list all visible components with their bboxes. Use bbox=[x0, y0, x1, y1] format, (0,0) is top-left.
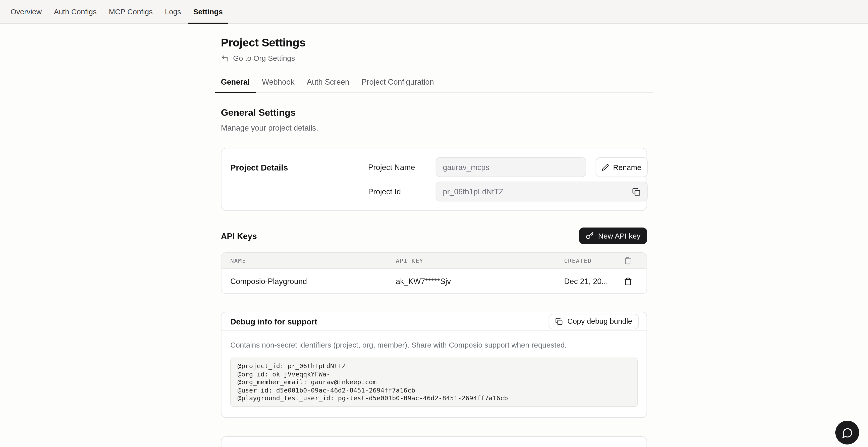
code-line-org-id: @org_id: ok_jVveqqkYFWa- bbox=[238, 370, 631, 378]
copy-icon bbox=[556, 318, 563, 325]
column-header-created: CREATED bbox=[564, 257, 620, 264]
api-keys-header: API Keys New API key bbox=[221, 227, 647, 244]
project-details-fields: Project Name Rename Project Id bbox=[368, 157, 648, 201]
debug-info-card: Debug info for support Copy debug bundle… bbox=[221, 312, 647, 418]
rename-button[interactable]: Rename bbox=[596, 157, 648, 177]
debug-card-title: Debug info for support bbox=[230, 317, 317, 326]
project-name-input[interactable] bbox=[436, 157, 586, 177]
code-line-playground-test-user-id: @playground_test_user_id: pg-test-d5e001… bbox=[238, 394, 631, 402]
general-settings-subheading: Manage your project details. bbox=[221, 124, 647, 132]
api-keys-table: NAME API KEY CREATED Composio-Playground… bbox=[221, 252, 647, 294]
project-id-row: Project Id bbox=[368, 182, 648, 201]
project-name-row: Project Name Rename bbox=[368, 157, 648, 177]
support-chat-button[interactable] bbox=[835, 421, 859, 445]
project-details-card-left: Project Details bbox=[230, 157, 368, 201]
code-line-user-id: @user_id: d5e001b0-09ac-46d2-8451-2694ff… bbox=[238, 386, 631, 394]
tab-project-configuration[interactable]: Project Configuration bbox=[355, 77, 440, 93]
code-line-org-member-email: @org_member_email: gaurav@inkeep.com bbox=[238, 378, 631, 386]
project-id-label: Project Id bbox=[368, 187, 436, 196]
chat-bubble-icon bbox=[842, 427, 853, 438]
pencil-icon bbox=[602, 163, 609, 171]
nav-item-mcp-configs[interactable]: MCP Configs bbox=[103, 0, 159, 23]
nav-item-overview[interactable]: Overview bbox=[4, 0, 48, 23]
project-details-card: Project Details Project Name Rename Proj… bbox=[221, 148, 647, 211]
copy-debug-bundle-label: Copy debug bundle bbox=[567, 317, 632, 325]
project-id-field bbox=[436, 182, 648, 201]
debug-card-header: Debug info for support Copy debug bundle bbox=[221, 312, 647, 331]
debug-description: Contains non-secret identifiers (project… bbox=[230, 341, 638, 349]
new-api-key-button[interactable]: New API key bbox=[580, 227, 647, 244]
debug-code-block: @project_id: pr_06th1pLdNtTZ @org_id: ok… bbox=[230, 358, 638, 407]
content-column: Project Settings Go to Org Settings Gene… bbox=[221, 36, 647, 447]
tab-general[interactable]: General bbox=[215, 77, 256, 93]
project-name-label: Project Name bbox=[368, 163, 436, 171]
debug-card-body: Contains non-secret identifiers (project… bbox=[221, 331, 647, 417]
api-keys-title: API Keys bbox=[221, 231, 257, 240]
copy-project-id-button[interactable] bbox=[632, 187, 641, 196]
rename-button-label: Rename bbox=[613, 163, 641, 171]
api-key-value: ak_KW7*****Sjv bbox=[396, 277, 564, 286]
trash-icon bbox=[624, 277, 632, 285]
corner-up-left-icon bbox=[221, 54, 229, 63]
trash-icon bbox=[624, 257, 632, 265]
new-api-key-label: New API key bbox=[598, 231, 641, 240]
column-header-name: NAME bbox=[230, 257, 396, 264]
nav-item-logs[interactable]: Logs bbox=[159, 0, 187, 23]
delete-api-key-button[interactable] bbox=[620, 277, 636, 285]
api-key-created: Dec 21, 20... bbox=[564, 277, 620, 286]
api-key-name: Composio-Playground bbox=[230, 277, 396, 286]
tab-auth-screen[interactable]: Auth Screen bbox=[301, 77, 355, 93]
nav-item-auth-configs[interactable]: Auth Configs bbox=[48, 0, 103, 23]
back-link-label: Go to Org Settings bbox=[233, 54, 295, 63]
page-title: Project Settings bbox=[221, 36, 647, 49]
column-header-api-key: API KEY bbox=[396, 257, 564, 264]
project-settings-page: Overview Auth Configs MCP Configs Logs S… bbox=[0, 0, 868, 447]
top-navigation: Overview Auth Configs MCP Configs Logs S… bbox=[0, 0, 868, 24]
next-section-card bbox=[221, 436, 647, 447]
code-line-project-id: @project_id: pr_06th1pLdNtTZ bbox=[238, 362, 631, 370]
project-id-input[interactable] bbox=[436, 182, 648, 201]
tab-webhook[interactable]: Webhook bbox=[256, 77, 301, 93]
copy-icon bbox=[632, 187, 641, 196]
table-row: Composio-Playground ak_KW7*****Sjv Dec 2… bbox=[221, 269, 647, 293]
copy-debug-bundle-button[interactable]: Copy debug bundle bbox=[549, 314, 639, 329]
project-details-title: Project Details bbox=[230, 157, 368, 172]
nav-item-settings[interactable]: Settings bbox=[187, 0, 229, 23]
general-settings-heading: General Settings bbox=[221, 107, 647, 119]
api-keys-table-header: NAME API KEY CREATED bbox=[221, 253, 647, 269]
settings-tabs: General Webhook Auth Screen Project Conf… bbox=[215, 77, 653, 93]
key-icon bbox=[586, 232, 594, 240]
go-to-org-settings-link[interactable]: Go to Org Settings bbox=[221, 54, 295, 63]
